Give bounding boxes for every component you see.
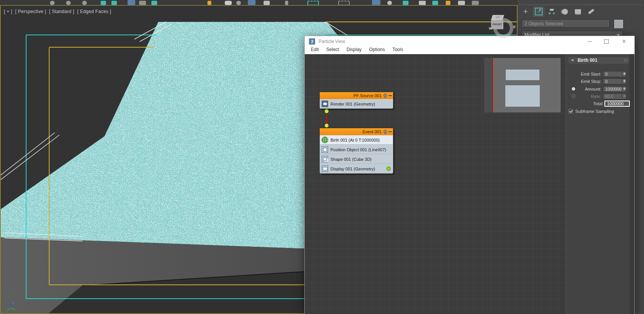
object-color-swatch[interactable] bbox=[614, 19, 624, 29]
enable-lamp-icon[interactable] bbox=[383, 130, 387, 133]
application-window: [ + ] [ Perspective ] [ Standard ] [ Edg… bbox=[0, 0, 644, 314]
birth-rollout-header[interactable]: Birth 001 bbox=[568, 57, 629, 64]
spinner[interactable] bbox=[622, 71, 626, 76]
utilities-wrench-icon bbox=[588, 8, 594, 14]
menu-edit[interactable]: Edit bbox=[311, 47, 319, 52]
toolbar-icon[interactable] bbox=[66, 1, 71, 5]
toolbar-icon[interactable] bbox=[446, 1, 450, 5]
window-menubar: Edit Select Display Options Tools bbox=[305, 47, 634, 54]
create-plus-icon: + bbox=[523, 8, 528, 15]
viewport-menu-shading[interactable]: [ Edged Faces ] bbox=[77, 9, 111, 14]
mirror-toggle-icon[interactable] bbox=[248, 0, 256, 5]
menu-display[interactable]: Display bbox=[347, 47, 362, 52]
close-icon: × bbox=[622, 39, 626, 44]
operator-row-display[interactable]: Display 001 (Geometry) bbox=[320, 164, 393, 174]
toolbar-icon[interactable] bbox=[151, 1, 157, 5]
window-title: Particle View bbox=[319, 39, 345, 44]
toolbar-icon[interactable] bbox=[403, 1, 408, 5]
enable-lamp-icon[interactable] bbox=[383, 94, 387, 97]
total-field[interactable]: 1000000 bbox=[604, 101, 630, 107]
viewport-menu-general[interactable]: [ + ] bbox=[4, 9, 12, 14]
operator-label: Display 001 (Geometry) bbox=[330, 167, 375, 171]
toolbar-icon[interactable] bbox=[207, 1, 211, 5]
pf-source-header[interactable]: PF Source 001 bbox=[320, 92, 393, 99]
toolbar-icon[interactable] bbox=[285, 1, 288, 5]
toolbar-icon[interactable] bbox=[50, 1, 55, 5]
operator-row-shape[interactable]: Shape 001 (Cube 3D) bbox=[320, 155, 393, 164]
toolbar-icon[interactable] bbox=[432, 1, 438, 5]
tab-create[interactable]: + bbox=[520, 6, 531, 17]
toolbar-icon[interactable] bbox=[264, 1, 270, 5]
tab-utilities[interactable] bbox=[585, 6, 597, 17]
window-titlebar[interactable]: 3 Particle View × bbox=[305, 36, 634, 47]
rate-radio[interactable] bbox=[571, 94, 576, 98]
tab-motion[interactable] bbox=[559, 6, 571, 17]
emit-start-label: Emit Start: bbox=[581, 72, 601, 76]
subframe-checkbox[interactable] bbox=[568, 109, 573, 114]
input-socket[interactable] bbox=[324, 123, 329, 128]
event-node[interactable]: Event 001 Birth 001 (At 0 T:1000000) Pos… bbox=[319, 128, 393, 174]
close-button[interactable]: × bbox=[617, 37, 631, 46]
event-header[interactable]: Event 001 bbox=[320, 128, 393, 135]
amount-row: Amount: 1000000 bbox=[566, 86, 631, 92]
menu-tools[interactable]: Tools bbox=[392, 47, 403, 52]
event-title: Event 001 bbox=[362, 129, 382, 134]
tab-modify[interactable] bbox=[533, 6, 544, 17]
operator-row-render[interactable]: Render 001 (Geometry) bbox=[320, 99, 393, 109]
object-name-field[interactable]: 2 Objects Selected bbox=[521, 19, 610, 28]
operator-row-position[interactable]: Position Object 001 (Line007) bbox=[320, 145, 393, 154]
toolbar-icon[interactable] bbox=[372, 0, 380, 5]
maximize-icon bbox=[604, 39, 609, 44]
rate-label: Rate: bbox=[591, 94, 602, 99]
spinner[interactable] bbox=[622, 79, 626, 83]
toolbar-icon[interactable] bbox=[225, 1, 232, 5]
render-teapot-icon bbox=[322, 101, 328, 107]
maximize-button[interactable] bbox=[600, 37, 613, 46]
pf-source-node[interactable]: PF Source 001 Render 001 (Geometry) bbox=[319, 92, 393, 109]
amount-radio[interactable] bbox=[571, 87, 576, 91]
tab-hierarchy[interactable] bbox=[546, 6, 558, 17]
menu-select[interactable]: Select bbox=[326, 47, 339, 52]
canvas-minimap[interactable] bbox=[484, 58, 561, 112]
viewcube-front-face[interactable]: FRONT bbox=[491, 20, 503, 29]
toolbar-icon[interactable] bbox=[111, 1, 117, 5]
shape-operator-icon bbox=[322, 156, 328, 162]
modify-icon bbox=[535, 8, 543, 15]
rollout-title: Birth 001 bbox=[578, 58, 597, 63]
display-tab-icon bbox=[575, 9, 581, 14]
toolbar-icon[interactable] bbox=[419, 1, 426, 5]
command-panel-tabs: + bbox=[520, 6, 597, 18]
minimize-icon bbox=[588, 41, 592, 42]
toolbar-icon[interactable] bbox=[387, 1, 392, 5]
viewcube[interactable]: TOP FRONT W E bbox=[488, 15, 518, 43]
viewport-label: [ + ] [ Perspective ] [ Standard ] [ Edg… bbox=[4, 9, 113, 14]
rate-row: Rate: 60.0 bbox=[566, 93, 631, 99]
viewport-menu-perframe[interactable]: [ Standard ] bbox=[49, 9, 75, 14]
position-object-icon bbox=[322, 146, 328, 153]
output-socket[interactable] bbox=[324, 109, 329, 114]
toolbar-icon[interactable] bbox=[236, 1, 241, 5]
rollout-arrow-icon bbox=[571, 59, 574, 61]
viewcube-west-label[interactable]: W bbox=[489, 26, 492, 30]
toolbar-icon[interactable] bbox=[82, 1, 87, 5]
spinner[interactable] bbox=[622, 86, 626, 91]
collapse-minus-icon[interactable] bbox=[388, 131, 392, 132]
particle-view-window: 3 Particle View × Edit Select Display Op… bbox=[304, 36, 635, 314]
menu-options[interactable]: Options bbox=[369, 47, 385, 52]
display-color-led[interactable] bbox=[387, 167, 391, 171]
toolbar-icon[interactable] bbox=[458, 1, 465, 5]
viewcube-east-label[interactable]: E bbox=[513, 25, 516, 29]
minimize-button[interactable] bbox=[583, 37, 596, 46]
toolbar-icon[interactable] bbox=[101, 1, 106, 5]
viewcube-top-face[interactable]: TOP bbox=[491, 15, 504, 20]
minimap-view-boundary bbox=[492, 58, 493, 112]
operator-row-birth[interactable]: Birth 001 (At 0 T:1000000) bbox=[320, 136, 393, 145]
toolbar-icon[interactable] bbox=[139, 1, 146, 5]
collapse-minus-icon[interactable] bbox=[388, 95, 392, 96]
snap-toggle-icon[interactable] bbox=[128, 0, 135, 5]
tab-display[interactable] bbox=[572, 6, 584, 17]
viewport-menu-pov[interactable]: [ Perspective ] bbox=[15, 9, 46, 14]
particle-diagram-canvas[interactable]: PF Source 001 Render 001 (Geometry) bbox=[305, 54, 566, 314]
toolbar-icon[interactable] bbox=[472, 1, 479, 5]
viewcube-cube[interactable]: TOP FRONT bbox=[491, 15, 504, 30]
